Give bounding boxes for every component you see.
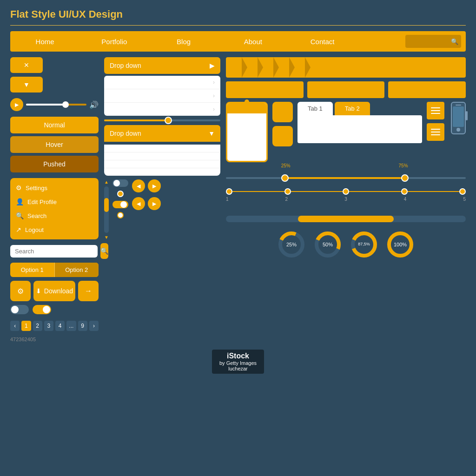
toggle-on[interactable]: [33, 305, 51, 314]
h-scrollbar[interactable]: [226, 216, 466, 222]
step-2[interactable]: [284, 188, 291, 195]
step-3[interactable]: [343, 188, 349, 195]
dropdown1-arrow: ▶: [210, 62, 215, 69]
page-prev[interactable]: ‹: [10, 321, 20, 331]
dropdown1-header[interactable]: Drop down ▶: [104, 57, 220, 74]
download-button[interactable]: ⬇ Download: [33, 281, 75, 301]
orange-square-1[interactable]: [272, 102, 293, 122]
radio-white[interactable]: [117, 212, 124, 218]
range-thumb[interactable]: [165, 117, 172, 124]
media-forward[interactable]: ▶: [148, 179, 161, 192]
dd2-row2[interactable]: [104, 152, 220, 160]
page-3[interactable]: 3: [44, 321, 53, 331]
donut-svg-87: 87,5%: [349, 230, 379, 259]
option-tab-1[interactable]: Option 1: [10, 263, 55, 277]
rect-btn-1[interactable]: [226, 81, 304, 98]
rect-btn-3[interactable]: [388, 81, 466, 98]
tab-2-button[interactable]: Tab 2: [335, 102, 370, 115]
nav-about[interactable]: About: [218, 31, 288, 52]
dropdown-down-button[interactable]: ▼: [10, 77, 43, 93]
slider-thumb[interactable]: [62, 101, 69, 108]
page-9[interactable]: 9: [78, 321, 87, 331]
v-scrollbar[interactable]: [104, 186, 109, 233]
dropdown2-header[interactable]: Drop down ▼: [104, 125, 220, 142]
volume-track[interactable]: [26, 104, 86, 106]
gear-button[interactable]: ⚙: [10, 281, 31, 301]
istock-by: by Getty Images: [219, 360, 257, 366]
nav-blog[interactable]: Blog: [149, 31, 218, 52]
hamburger-menu-2[interactable]: [427, 123, 444, 141]
nav-search-box[interactable]: 🔍: [405, 35, 461, 48]
step-1[interactable]: [226, 188, 232, 195]
page-4[interactable]: 4: [55, 321, 65, 331]
close-button[interactable]: ✕: [10, 57, 43, 73]
page-2[interactable]: 2: [33, 321, 42, 331]
v-scroll-thumb: [104, 198, 109, 212]
crumb-1[interactable]: [226, 57, 242, 78]
download-icon: ⬇: [36, 287, 41, 295]
istock-badge: iStock by Getty Images luchezar: [212, 350, 264, 374]
media-forward2[interactable]: ▶: [148, 197, 161, 210]
rect-btn-2[interactable]: [307, 81, 385, 98]
pushed-button[interactable]: Pushed: [10, 156, 99, 172]
media-back[interactable]: ◀: [132, 179, 145, 192]
range-dot-right[interactable]: [401, 174, 409, 182]
step-label-3: 3: [344, 197, 347, 202]
range-dot-left[interactable]: [281, 174, 289, 182]
nav-home[interactable]: Home: [10, 31, 79, 52]
media-back2[interactable]: ◀: [132, 197, 145, 210]
range-label-25: 25%: [281, 163, 291, 168]
phone-speaker: [456, 105, 461, 106]
dropdown2-open-body: [104, 145, 220, 176]
hover-button[interactable]: Hover: [10, 136, 99, 153]
search-input[interactable]: [10, 245, 98, 258]
menu-item-logout[interactable]: ↗ Logout: [10, 223, 99, 237]
dd2-row1[interactable]: [104, 145, 220, 152]
dd2-row3[interactable]: [104, 160, 220, 168]
dropdown1-row1[interactable]: ›: [104, 76, 220, 89]
svg-text:50%: 50%: [323, 242, 333, 247]
menu-item-editprofile[interactable]: 👤 Edit Profile: [10, 195, 99, 209]
range-track-1[interactable]: [226, 177, 466, 179]
step-line-3: [349, 191, 401, 192]
page-next[interactable]: ›: [89, 321, 99, 331]
forward-button[interactable]: →: [78, 281, 99, 301]
menu-item-search[interactable]: 🔍 Search: [10, 209, 99, 223]
toggle-thumb-1: [113, 180, 120, 186]
step-line-2: [291, 191, 343, 192]
step-5[interactable]: [459, 188, 466, 195]
dropdown1-row3[interactable]: ›: [104, 103, 220, 116]
download-label: Download: [44, 287, 73, 295]
settings-icon: ⚙: [16, 184, 22, 192]
normal-button[interactable]: Normal: [10, 117, 99, 133]
nav-portfolio[interactable]: Portfolio: [79, 31, 149, 52]
scroll-up-arrow[interactable]: ▲: [104, 179, 109, 185]
range-track[interactable]: [104, 119, 220, 121]
menu-item-settings[interactable]: ⚙ Settings: [10, 181, 99, 195]
radio-orange[interactable]: [117, 191, 124, 197]
toggle-off[interactable]: [10, 305, 29, 314]
option-tab-2[interactable]: Option 2: [55, 263, 99, 277]
toggle-thumb-2: [120, 201, 127, 208]
dropdown1-row2[interactable]: ›: [104, 89, 220, 103]
dd2-row4[interactable]: [104, 168, 220, 176]
phone-side-button: [466, 111, 468, 120]
play-button[interactable]: ▶: [10, 98, 23, 111]
page-1[interactable]: 1: [21, 321, 31, 331]
toggle-2[interactable]: [112, 201, 128, 208]
nav-contact[interactable]: Contact: [288, 31, 357, 52]
menu-editprofile-label: Edit Profile: [27, 198, 57, 205]
search-row: 🔍: [10, 243, 99, 259]
small-buttons-row: ✕: [10, 57, 99, 73]
dropdown1-component: Drop down ▶ › › ›: [104, 57, 220, 116]
range-fill: [104, 119, 168, 121]
hamburger-menu-1[interactable]: [427, 102, 444, 119]
orange-square-2[interactable]: [272, 126, 293, 146]
step-4[interactable]: [401, 188, 408, 195]
tab-1-button[interactable]: Tab 1: [298, 102, 333, 115]
scroll-down-arrow[interactable]: ▼: [104, 235, 109, 240]
nav-search-area: 🔍: [357, 35, 466, 48]
hamburger-icons: [427, 102, 444, 141]
phone-home-btn[interactable]: [456, 128, 460, 132]
toggle-1[interactable]: [112, 179, 128, 187]
